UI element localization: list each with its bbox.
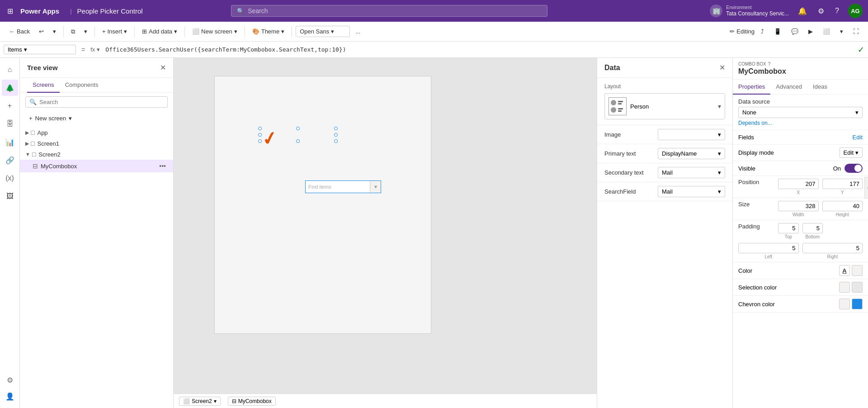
- back-button[interactable]: ← Back: [5, 26, 33, 37]
- tab-components[interactable]: Components: [60, 78, 104, 93]
- global-search-input[interactable]: [248, 7, 542, 14]
- handle-left[interactable]: [258, 133, 262, 137]
- mycombobox-more-button[interactable]: •••: [157, 161, 168, 171]
- font-selector[interactable]: Open Sans ▾: [296, 26, 350, 37]
- environment-label: Environment: [726, 5, 789, 10]
- home-icon[interactable]: ⌂: [2, 62, 18, 78]
- copy-button[interactable]: ⧉: [67, 26, 79, 37]
- tree-search-box[interactable]: 🔍: [25, 96, 168, 108]
- padding-top-input[interactable]: [778, 223, 799, 233]
- handle-bottom-right[interactable]: [334, 139, 338, 143]
- chevron-color-fill-swatch[interactable]: [852, 299, 863, 309]
- variable-icon[interactable]: (x): [2, 170, 18, 186]
- color-fill-swatch[interactable]: [852, 265, 863, 276]
- pencil-icon: ✏: [730, 28, 735, 35]
- canvas-combobox-dropdown-icon[interactable]: ▾: [370, 181, 381, 193]
- depends-on-link[interactable]: Depends on...: [738, 120, 863, 126]
- global-search-box[interactable]: 🔍: [231, 5, 547, 17]
- formula-confirm-icon[interactable]: ✓: [858, 45, 864, 55]
- pos-y-input[interactable]: [822, 179, 863, 189]
- tree-item-app[interactable]: ▶ □ App: [20, 127, 173, 138]
- panel-expand-button[interactable]: ›: [864, 177, 868, 199]
- theme-button[interactable]: 🎨 Theme ▾: [249, 26, 288, 37]
- formula-property-selector[interactable]: Items ▾: [4, 45, 76, 54]
- notification-icon[interactable]: 🔔: [796, 5, 809, 17]
- data-panel-close-button[interactable]: ✕: [719, 63, 725, 72]
- toolbar-sep-5: [245, 26, 245, 37]
- chevron-color-label: Chevron color: [738, 301, 775, 308]
- fit-screen-button[interactable]: ⬜: [819, 26, 834, 37]
- pos-x-input[interactable]: [778, 179, 819, 189]
- settings-sidebar-icon[interactable]: ⚙: [2, 372, 18, 388]
- chevron-color-text-swatch[interactable]: [839, 299, 850, 309]
- fields-row: Fields Edit: [733, 130, 868, 145]
- help-icon[interactable]: ?: [833, 5, 841, 17]
- fields-edit-link[interactable]: Edit: [853, 134, 863, 141]
- phone-icon[interactable]: 📱: [770, 26, 785, 37]
- fit-chevron[interactable]: ▾: [836, 26, 847, 37]
- tree-view-icon[interactable]: 🌲: [2, 80, 18, 96]
- formula-input[interactable]: [104, 45, 854, 54]
- share-button[interactable]: ⤴: [757, 26, 768, 37]
- fullscreen-button[interactable]: ⛶: [849, 26, 863, 37]
- search-field-dropdown[interactable]: Mail ▾: [658, 186, 725, 197]
- analytics-icon[interactable]: 📊: [2, 134, 18, 150]
- tab-ideas[interactable]: Ideas: [807, 80, 833, 95]
- canvas-combobox[interactable]: Find items ▾: [305, 180, 381, 193]
- display-mode-dropdown[interactable]: Edit ▾: [840, 147, 863, 158]
- pos-y-box: Y: [822, 179, 863, 195]
- layout-option[interactable]: Person ▾: [604, 93, 725, 119]
- user-avatar[interactable]: AG: [848, 4, 863, 18]
- padding-right-input[interactable]: [802, 243, 863, 253]
- handle-top-left[interactable]: [258, 127, 262, 130]
- tree-item-screen2[interactable]: ▼ □ Screen2: [20, 149, 173, 160]
- connections-icon[interactable]: 🔗: [2, 152, 18, 168]
- media-icon[interactable]: 🖼: [2, 188, 18, 204]
- handle-bottom[interactable]: [296, 139, 300, 143]
- tree-item-mycombobox[interactable]: ⊟ MyCombobox •••: [20, 160, 173, 172]
- more-options-button[interactable]: ...: [352, 26, 364, 37]
- visible-toggle[interactable]: [844, 164, 863, 173]
- color-text-swatch[interactable]: A: [839, 265, 850, 276]
- tree-title: Tree view: [27, 64, 58, 71]
- combo-box-text: COMBO BOX: [738, 62, 766, 66]
- size-height-input[interactable]: [822, 201, 863, 211]
- primary-text-dropdown[interactable]: DisplayName ▾: [658, 148, 725, 159]
- selection-color-fill-swatch[interactable]: [852, 282, 863, 293]
- undo-dropdown[interactable]: ▾: [49, 26, 60, 37]
- settings-icon[interactable]: ⚙: [816, 5, 826, 17]
- bottom-combobox-button[interactable]: ⊟ MyCombobox: [228, 397, 276, 406]
- selection-color-text-swatch[interactable]: [839, 282, 850, 293]
- padding-bottom-input[interactable]: [802, 223, 823, 233]
- apps-grid-icon[interactable]: ⊞: [5, 5, 15, 17]
- handle-top-right[interactable]: [334, 127, 338, 130]
- image-dropdown[interactable]: ▾: [658, 129, 725, 140]
- size-width-input[interactable]: [778, 201, 819, 211]
- find-items-placeholder: Find items: [308, 184, 331, 190]
- new-screen-tree-button[interactable]: + New screen ▾: [25, 113, 168, 123]
- handle-right[interactable]: [334, 133, 338, 137]
- handle-bottom-left[interactable]: [258, 139, 262, 143]
- tree-close-button[interactable]: ✕: [160, 63, 166, 72]
- tab-properties[interactable]: Properties: [733, 80, 770, 95]
- insert-icon[interactable]: +: [2, 98, 18, 114]
- new-screen-button[interactable]: ⬜ New screen ▾: [189, 26, 241, 37]
- bottom-screen-button[interactable]: ⬜ Screen2 ▾: [179, 397, 221, 406]
- tree-search-input[interactable]: [39, 99, 164, 105]
- secondary-text-dropdown[interactable]: Mail ▾: [658, 167, 725, 178]
- add-data-button[interactable]: ⊞ Add data ▾: [138, 26, 181, 37]
- copy-dropdown[interactable]: ▾: [80, 26, 91, 37]
- tab-advanced[interactable]: Advanced: [770, 80, 807, 95]
- tab-screens[interactable]: Screens: [27, 78, 60, 93]
- canvas-combobox-container[interactable]: Find items ▾: [260, 128, 336, 141]
- data-icon[interactable]: 🗄: [2, 116, 18, 132]
- padding-left-input[interactable]: [738, 243, 799, 253]
- handle-top[interactable]: [296, 127, 300, 130]
- undo-button[interactable]: ↩: [35, 26, 47, 37]
- data-source-dropdown[interactable]: None ▾: [738, 107, 863, 118]
- play-button[interactable]: ▶: [805, 26, 816, 37]
- tree-item-screen1[interactable]: ▶ □ Screen1: [20, 138, 173, 149]
- person-icon[interactable]: 👤: [2, 388, 18, 404]
- insert-button[interactable]: + Insert ▾: [99, 26, 131, 37]
- comment-icon[interactable]: 💬: [788, 26, 802, 37]
